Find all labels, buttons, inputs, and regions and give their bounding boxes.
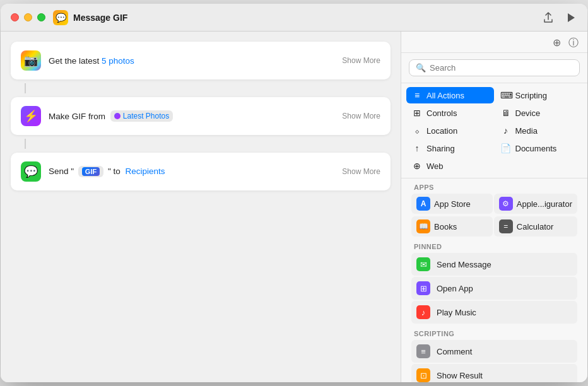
category-device[interactable]: 🖥 Device (495, 105, 583, 121)
pinned-section: ✉ Send Message ⊞ Open App ♪ Play Music (406, 253, 582, 324)
workflow-step-3[interactable]: 💬 Send " GIF " to Recipients Show More (11, 153, 391, 190)
media-icon: ♪ (500, 126, 512, 136)
categories-grid: ≡ All Actions ⌨ Scripting ⊞ Controls 🖥 D… (401, 83, 587, 178)
category-sharing[interactable]: ↑ Sharing (406, 140, 494, 156)
apps-section-label: Apps (406, 178, 582, 194)
titlebar-actions (542, 11, 577, 24)
app-item-configurator[interactable]: ⚙ Apple...igurator (494, 194, 577, 214)
books-icon: 📖 (416, 219, 430, 233)
step-divider-1 (25, 83, 26, 93)
play-music-icon: ♪ (416, 305, 430, 319)
gif-badge: GIF (82, 167, 100, 176)
step-3-text: Send " GIF " to Recipients (49, 166, 334, 177)
run-button[interactable] (565, 11, 577, 24)
location-icon: ⬦ (411, 126, 423, 136)
action-play-music[interactable]: ♪ Play Music (411, 301, 577, 324)
pinned-section-label: Pinned (406, 238, 582, 253)
actions-panel: ⊕ ⓘ 🔍 ≡ All Actions ⌨ Scripting (401, 32, 587, 382)
step-1-show-more[interactable]: Show More (342, 56, 380, 65)
info-panel-icon[interactable]: ⓘ (568, 37, 579, 50)
workflow-step-1[interactable]: 📷 Get the latest 5 photos Show More (11, 42, 391, 79)
web-icon: ⊕ (411, 161, 423, 171)
action-send-message[interactable]: ✉ Send Message (411, 253, 577, 276)
category-location[interactable]: ⬦ Location (406, 122, 494, 139)
all-actions-icon: ≡ (411, 90, 423, 100)
close-button[interactable] (11, 13, 19, 21)
apps-grid: A App Store ⚙ Apple...igurator 📖 Books =… (406, 194, 582, 238)
step-3-show-more[interactable]: Show More (342, 167, 380, 176)
main-window: 💬 Message GIF 📷 Get the latest 5 photos … (1, 4, 587, 382)
send-message-icon: ✉ (416, 257, 430, 271)
main-content: 📷 Get the latest 5 photos Show More ⚡ Ma… (1, 32, 587, 382)
workflow-step-2[interactable]: ⚡ Make GIF from Latest Photos Show More (11, 97, 391, 135)
scripting-icon: ⌨ (500, 90, 512, 100)
category-web[interactable]: ⊕ Web (406, 158, 494, 174)
add-to-shortcuts-icon[interactable]: ⊕ (553, 37, 561, 50)
step-2-icon: ⚡ (21, 106, 41, 126)
step-3-link[interactable]: Recipients (126, 167, 165, 176)
action-show-result[interactable]: ⊡ Show Result (411, 364, 577, 382)
step-2-text: Make GIF from Latest Photos (49, 110, 334, 122)
app-item-books[interactable]: 📖 Books (411, 216, 493, 237)
step-1-link[interactable]: 5 photos (102, 56, 134, 66)
category-scripting[interactable]: ⌨ Scripting (495, 87, 583, 103)
app-item-appstore[interactable]: A App Store (411, 194, 493, 214)
device-icon: 🖥 (500, 108, 512, 118)
action-open-app[interactable]: ⊞ Open App (411, 277, 577, 300)
configurator-icon: ⚙ (499, 197, 513, 211)
controls-icon: ⊞ (411, 108, 423, 118)
show-result-icon: ⊡ (416, 368, 430, 382)
calculator-icon: = (499, 219, 513, 233)
search-bar: 🔍 (401, 53, 587, 83)
scripting-items: ≡ Comment ⊡ Show Result ⊡ Show Alert ⊡ A… (406, 340, 582, 382)
workflow-canvas: 📷 Get the latest 5 photos Show More ⚡ Ma… (1, 32, 401, 382)
step-2-link[interactable]: Latest Photos (123, 112, 169, 120)
search-icon: 🔍 (416, 63, 426, 73)
step-divider-2 (25, 139, 26, 149)
minimize-button[interactable] (24, 13, 32, 21)
step-1-text: Get the latest 5 photos (49, 56, 334, 66)
step-3-icon: 💬 (21, 161, 41, 182)
search-input-wrap[interactable]: 🔍 (409, 59, 580, 76)
scripting-section-label: Scripting (406, 325, 582, 340)
share-button[interactable] (542, 11, 555, 24)
action-comment[interactable]: ≡ Comment (411, 340, 577, 363)
open-app-icon: ⊞ (416, 281, 430, 295)
documents-icon: 📄 (500, 143, 512, 153)
titlebar: 💬 Message GIF (1, 4, 587, 32)
step-2-show-more[interactable]: Show More (342, 112, 380, 120)
sharing-icon: ↑ (411, 143, 423, 153)
category-controls[interactable]: ⊞ Controls (406, 105, 494, 121)
comment-icon: ≡ (416, 344, 430, 358)
app-icon: 💬 (53, 10, 68, 25)
traffic-lights (11, 13, 45, 21)
category-media[interactable]: ♪ Media (495, 122, 583, 139)
action-list: Apps A App Store ⚙ Apple...igurator 📖 Bo… (401, 178, 587, 382)
category-all-actions[interactable]: ≡ All Actions (406, 87, 494, 103)
appstore-icon: A (416, 197, 430, 211)
window-title: Message GIF (73, 13, 542, 23)
category-documents[interactable]: 📄 Documents (495, 140, 583, 156)
app-item-calculator[interactable]: = Calculator (494, 216, 577, 237)
search-input[interactable] (430, 63, 573, 73)
step-1-icon: 📷 (21, 50, 41, 71)
maximize-button[interactable] (37, 13, 45, 21)
